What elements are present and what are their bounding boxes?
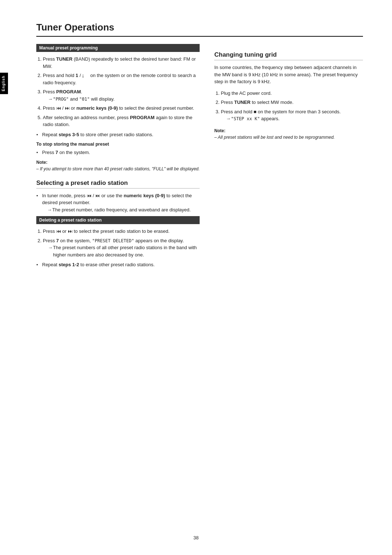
sidebar-label: English [0, 73, 8, 94]
step-1: Press TUNER (BAND) repeatedly to select … [43, 56, 200, 70]
seven-bold-2: 7 [56, 238, 59, 243]
steps-1-2-bold: steps 1-2 [59, 262, 79, 267]
tuning-grid-steps: Plug the AC power cord. Press TUNER to s… [214, 90, 363, 122]
selecting-preset-list: In tuner mode, press ⏮ / ⏭ or use the nu… [36, 192, 200, 214]
manual-preset-note: Note: – If you attempt to store more tha… [36, 159, 200, 172]
repeat-delete-list: Repeat steps 1-2 to erase other preset r… [36, 261, 200, 268]
right-column: Changing tuning grid In some countries, … [214, 44, 363, 271]
tuning-step-2: Press TUNER to select MW mode. [221, 99, 363, 106]
selecting-preset-bullet: In tuner mode, press ⏮ / ⏭ or use the nu… [36, 192, 200, 214]
tuning-grid-note: Note: – All preset stations will be lost… [214, 127, 363, 141]
selecting-preset-title: Selecting a preset radio station [36, 179, 200, 189]
manual-preset-steps: Press TUNER (BAND) repeatedly to select … [36, 56, 200, 128]
stop-storing-bullet: Press 7 on the system. [36, 149, 200, 156]
changing-tuning-title: Changing tuning grid [214, 51, 363, 60]
selecting-preset-arrow: The preset number, radio frequency, and … [47, 206, 200, 214]
delete-step-1: Press ⏮ or ⏭ to select the preset radio … [43, 228, 200, 235]
program-bold-5: PROGRAM [130, 115, 155, 120]
seven-bold: 7 [56, 150, 58, 155]
page-title: Tuner Operations [36, 22, 363, 37]
tuning-step-3: Press and hold ■ on the system for more … [221, 108, 363, 122]
tuning-step-1: Plug the AC power cord. [221, 90, 363, 97]
left-column: Manual preset programming Press TUNER (B… [36, 44, 200, 271]
program-bold-3: PROGRAM [56, 89, 81, 94]
content-columns: Manual preset programming Press TUNER (B… [36, 44, 363, 271]
manual-preset-header: Manual preset programming [36, 44, 200, 52]
changing-tuning-intro: In some countries, the frequency step be… [214, 64, 363, 85]
note-label-2: Note: [214, 128, 225, 133]
repeat-bullet-list: Repeat steps 3-5 to store other preset r… [36, 131, 200, 138]
deleting-steps: Press ⏮ or ⏭ to select the preset radio … [36, 228, 200, 258]
page-number: 38 [193, 535, 199, 540]
tuner-bold-2: TUNER [234, 100, 250, 105]
steps-3-5-bold: steps 3-5 [59, 132, 79, 137]
tuning-step-3-arrow: "STEP xx K" appears. [226, 115, 363, 122]
repeat-bullet: Repeat steps 3-5 to store other preset r… [36, 131, 200, 138]
step-4: Press ⏮ / ⏭ or numeric keys (0-9) to sel… [43, 105, 200, 112]
deleting-preset-header: Deleting a preset radio station [36, 216, 200, 224]
step-5: After selecting an address number, press… [43, 114, 200, 128]
page-container: English Tuner Operations Manual preset p… [0, 0, 392, 555]
delete-step-2-arrow: The preset numbers of all other preset r… [48, 244, 200, 258]
stop-storing-list: Press 7 on the system. [36, 149, 200, 156]
stop-storing-header: To stop storing the manual preset [36, 142, 200, 147]
step-3-arrow: "PROG" and "01" will display. [48, 96, 200, 103]
repeat-delete-bullet: Repeat steps 1-2 to erase other preset r… [36, 261, 200, 268]
step-2: Press and hold 1 / ¡ on the system or on… [43, 72, 200, 86]
one-bold: 1 [75, 73, 78, 78]
delete-step-2: Press 7 on the system, "PRESET DELETED" … [43, 237, 200, 259]
numeric-bold: numeric keys (0-9) [76, 105, 118, 111]
numeric-keys-bold: numeric keys (0-9) [124, 193, 165, 198]
tuner-bold: TUNER [56, 56, 73, 62]
note-label-1: Note: [36, 160, 48, 165]
step-3: Press PROGRAM. "PROG" and "01" will disp… [43, 88, 200, 102]
